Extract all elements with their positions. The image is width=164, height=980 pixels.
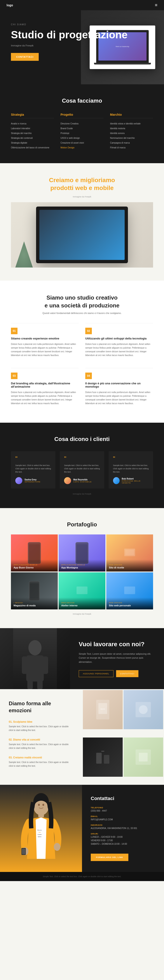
portfolio-thumb-6: WEB DESIGN Sito web personale: [106, 572, 153, 609]
portfolio-item-4[interactable]: I NEGOZI Magazzino di moda: [11, 572, 58, 609]
testimonial-author-2: Mat Reynolds CAPO CONTABILE: [64, 477, 100, 484]
forma-step-3: 03. Creiamo realtà vincenti Sample text.…: [9, 756, 73, 768]
studio-card-3: 03 Dal branding alla strategia, dall'ill…: [11, 368, 79, 410]
contatti-left: We are a Web Creative Agency: [0, 785, 82, 872]
portfolio-name-2: App Montagna: [61, 566, 103, 569]
cta-text: Simple Text. Lorem ipsum dolor sit amet,…: [79, 652, 155, 664]
svg-point-14: [139, 705, 148, 714]
portfolio-overlay-4: I NEGOZI Magazzino di moda: [11, 597, 58, 609]
author-name-3: Bob Robert: [122, 477, 149, 480]
hero-subtitle: Immagine da Freepik: [11, 44, 158, 47]
portfolio-name-6: Sito web personale: [109, 604, 150, 607]
studio-card-text-2: Dolore fuce o placerat orci nulla portte…: [85, 342, 153, 357]
footer-text: Simple Text. Click to select the text bo…: [6, 875, 158, 878]
cosa-col-progetto-list: Direzione Creativa Brand Guide Prototopi…: [61, 121, 104, 150]
forma-img-1: MOCK: [83, 690, 123, 729]
hero-label: CHI SIAMO: [11, 23, 158, 26]
laptop-mock: [36, 207, 128, 263]
cosa-col-strategia-list: Analisi e ricerca Laboratori interattivi…: [11, 121, 54, 150]
hero-cta-button[interactable]: CONTATTACI: [11, 53, 39, 61]
svg-point-4: [29, 640, 42, 655]
hero-section: CHI SIAMO Studio di progettazione Immagi…: [0, 10, 164, 84]
svg-text:Creative: Creative: [37, 834, 42, 835]
portfolio-overlay-2: APPLICAZIONE MOBILE App Montagna: [59, 560, 105, 571]
svg-point-27: [42, 804, 44, 806]
forma-img-inner-1: MOCK: [83, 690, 123, 729]
portfolio-name-5: Atelier interno: [61, 604, 103, 607]
list-item: Creazione di asset visivi: [61, 140, 104, 145]
forma-img-3: WEB: [83, 738, 123, 777]
portfolio-item-6[interactable]: WEB DESIGN Sito web personale: [106, 572, 153, 609]
svg-rect-9: [37, 681, 43, 689]
svg-rect-16: [104, 755, 109, 764]
testimonial-text-2: Sample text. Click to select the text bo…: [64, 464, 100, 474]
testimonial-3: " Sample text. Click to select the text …: [109, 451, 153, 489]
svg-point-25: [35, 801, 48, 811]
studio-num-3: 03: [11, 372, 18, 379]
contact-email-value: INFO@SAMPLE.COM: [91, 818, 155, 821]
menu-icon[interactable]: ≡: [155, 3, 158, 8]
svg-rect-29: [22, 849, 26, 854]
svg-rect-7: [43, 657, 48, 674]
svg-rect-19: [139, 753, 148, 762]
svg-rect-3: [124, 587, 135, 594]
portfolio-item-3[interactable]: WEB DESIGN Sito di ricette: [106, 535, 153, 571]
portfolio-tag-6: WEB DESIGN: [109, 602, 150, 604]
svg-text:Web: Web: [38, 832, 40, 833]
svg-text:MOCK: MOCK: [100, 708, 105, 710]
cosa-col-strategia: Strategia Analisi e ricerca Laboratori i…: [11, 113, 54, 150]
cta-personnel-button[interactable]: AGGIUNGI PERSONNEL: [79, 670, 114, 677]
portfolio-thumb-3: WEB DESIGN Sito di ricette: [106, 535, 153, 571]
list-item: UX/UI e web design: [61, 136, 104, 140]
portfolio-img-credit: Immagine da Freepik: [11, 613, 153, 615]
cosa-col-progetto-heading: Progetto: [61, 113, 104, 118]
contact-address-label: INDIRIZZO: [91, 824, 155, 826]
portfolio-name-3: Sito di ricette: [109, 566, 150, 569]
portfolio-tag-2: APPLICAZIONE MOBILE: [61, 564, 103, 566]
portfolio-thumb-5: WEB DESIGN Atelier interno: [59, 572, 105, 609]
quote-icon-3: ": [113, 456, 149, 462]
author-role-1: IMPRENDITORE: [24, 481, 40, 483]
list-item[interactable]: Motion Design: [61, 145, 104, 150]
studio-card-1: 01 Stiamo creando esperienze emotive Dol…: [11, 323, 79, 361]
list-item: Strategia dei contenuti: [11, 136, 54, 140]
testimonial-author-3: Bob Robert DIREZIONE DELLE VENDITE: [113, 477, 149, 484]
portfolio-item-1[interactable]: APPLICAZIONE MOBILE App Buon Giorno: [11, 535, 58, 571]
testimonial-2: " Sample text. Click to select the text …: [60, 451, 104, 489]
list-item: Brand Guide: [61, 126, 104, 131]
contact-hours-label: ORARI: [91, 833, 155, 835]
list-item: Laboratori interattivi: [11, 126, 54, 131]
step-num-3: 03. Creiamo realtà vincenti: [9, 756, 73, 759]
forma-step-1: 01. Sculpiamo Idee Sample text. Click to…: [9, 720, 73, 732]
cosa-col-strategia-heading: Strategia: [11, 113, 54, 118]
testimonial-author-1: Sasha Grey IMPRENDITORE: [15, 477, 51, 484]
cosa-col-marchio: Marchio Identità visiva e identità verba…: [110, 113, 153, 150]
svg-text:WEB: WEB: [101, 751, 104, 752]
forma-img-2: [124, 690, 163, 729]
portfolio-item-2[interactable]: APPLICAZIONE MOBILE App Montagna: [59, 535, 105, 571]
list-item: Identità motoria: [110, 126, 153, 131]
plant-decor: [15, 242, 33, 267]
portfolio-title: Portafoglio: [11, 521, 153, 528]
studio-card-2: 02 Utilizzando gli ultimi sviluppi della…: [85, 323, 153, 361]
forma-right: MOCK WEB: [82, 689, 164, 784]
portfolio-tag-3: WEB DESIGN: [109, 564, 150, 566]
portfolio-name-4: Magazzino di moda: [14, 604, 55, 607]
svg-rect-6: [22, 657, 27, 674]
author-info-3: Bob Robert DIREZIONE DELLE VENDITE: [122, 477, 149, 484]
forma-section: Diamo forma alle emozioni 01. Sculpiamo …: [0, 689, 164, 784]
step-num-1: 01. Sculpiamo Idee: [9, 720, 73, 723]
contact-form-button[interactable]: FORMULARIO DEL LINK: [91, 854, 129, 861]
svg-rect-5: [26, 655, 44, 681]
cta-contact-button[interactable]: CONTATTACI: [116, 670, 138, 677]
step-desc-1: Sample text. Click to select the text bo…: [9, 725, 73, 732]
portfolio-overlay-3: WEB DESIGN Sito di ricette: [106, 560, 153, 571]
portfolio-grid: APPLICAZIONE MOBILE App Buon Giorno APPL…: [11, 535, 153, 609]
svg-point-26: [38, 804, 40, 806]
step-num-2: 02. Diamo vita ai concetti: [9, 738, 73, 741]
studio-card-text-1: Dolore fuce o placerat orci nulla portte…: [11, 342, 79, 357]
svg-rect-1: [125, 550, 134, 555]
list-item: Strategia digitale: [11, 140, 54, 145]
portfolio-item-5[interactable]: WEB DESIGN Atelier interno: [59, 572, 105, 609]
contatti-section: We are a Web Creative Agency Contattaci …: [0, 785, 164, 872]
